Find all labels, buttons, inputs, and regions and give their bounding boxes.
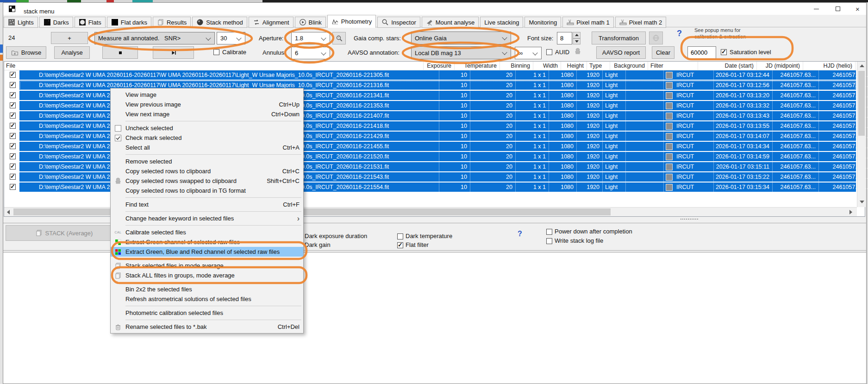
column-header-date[interactable]: Date (start) bbox=[698, 62, 757, 70]
font-size-input[interactable] bbox=[557, 32, 572, 44]
stop-button[interactable] bbox=[102, 46, 138, 59]
tab-live-stacking[interactable]: Live stacking bbox=[480, 17, 523, 28]
annulus-combo[interactable]: 6 bbox=[291, 47, 330, 59]
column-header-width[interactable]: Width bbox=[533, 62, 561, 70]
tab-monitoring[interactable]: Monitoring bbox=[525, 17, 561, 28]
scroll-down-icon[interactable] bbox=[860, 201, 864, 203]
menu-item-bin-2x2-the-selected-files[interactable]: Bin 2x2 the selected files bbox=[111, 284, 303, 294]
gaia-comp-stars-combo[interactable]: Online Gaia bbox=[411, 31, 511, 44]
tab-darks[interactable]: Darks bbox=[39, 17, 73, 28]
row-checkbox[interactable] bbox=[10, 184, 16, 190]
aavso-annotation-combo[interactable]: Local DB mag 13 bbox=[411, 46, 511, 59]
saturation-checkbox[interactable] bbox=[721, 49, 727, 55]
row-checkbox[interactable] bbox=[10, 102, 16, 108]
row-checkbox[interactable] bbox=[10, 72, 16, 78]
clear-button[interactable]: Clear bbox=[652, 46, 674, 59]
menu-item-remove-selected[interactable]: Remove selected bbox=[111, 157, 303, 166]
calibrate-checkbox[interactable] bbox=[213, 49, 219, 55]
row-checkbox[interactable] bbox=[10, 133, 16, 139]
run-button[interactable] bbox=[153, 46, 194, 59]
tab-inspector[interactable]: Inspector bbox=[377, 17, 420, 28]
close-button[interactable]: × bbox=[849, 3, 866, 15]
menu-item-view-image[interactable]: View image bbox=[111, 90, 303, 100]
menu-item-extract-green-channel-of-selected-raw-files[interactable]: Extract Green channel of selected raw fi… bbox=[111, 237, 303, 247]
row-checkbox[interactable] bbox=[10, 143, 16, 149]
horizontal-scroll-thumb[interactable] bbox=[13, 208, 611, 215]
menu-item-copy-selected-rows-to-clipboard[interactable]: Copy selected rows to clipboardCtrl+C bbox=[111, 166, 303, 176]
column-header-filter[interactable]: Filter bbox=[648, 62, 698, 70]
menu-item-stack-selected-files-in-mode-average[interactable]: Stack selected files in mode average bbox=[111, 261, 303, 271]
flat-filter-checkbox[interactable] bbox=[397, 242, 403, 248]
saturation-input[interactable] bbox=[687, 46, 716, 59]
stack-average-button[interactable]: STACK (Average) bbox=[6, 225, 122, 241]
write-stack-log-checkbox[interactable] bbox=[546, 238, 552, 244]
menu-item-calibrate-selected-files[interactable]: CALCalibrate selected files bbox=[111, 227, 303, 237]
tab-blink[interactable]: Blink bbox=[295, 17, 326, 28]
tab-lights[interactable]: Lights bbox=[4, 17, 38, 28]
menu-item-copy-selected-rows-swapped-to-clipboard[interactable]: Copy selected rows swapped to clipboardS… bbox=[111, 176, 303, 186]
dark-temperature-checkbox[interactable] bbox=[397, 233, 403, 239]
scroll-up-icon[interactable] bbox=[860, 64, 864, 67]
menu-item-photometric-calibration-selected-files[interactable]: Photometric calibration selected files bbox=[111, 308, 303, 318]
tab-mount-analyse[interactable]: Mount analyse bbox=[422, 17, 479, 28]
menu-item-view-previous-image[interactable]: View previous imageCtrl+Up bbox=[111, 100, 303, 109]
transformation-button[interactable]: Transformation bbox=[592, 31, 646, 44]
spin-down-icon[interactable] bbox=[573, 38, 581, 45]
menu-item-extract-green-blue-and-red-channel-of-selected-raw-files[interactable]: Extract Green, Blue and Red channel of s… bbox=[111, 247, 303, 257]
row-checkbox[interactable] bbox=[10, 92, 16, 98]
aperture-combo[interactable]: 1.8 bbox=[291, 32, 330, 44]
vertical-scroll-thumb[interactable] bbox=[858, 71, 865, 136]
menu-item-stack-all-filtes-in-groups-mode-average[interactable]: Stack ALL filtes in groups, mode average bbox=[111, 271, 303, 280]
tab-alignment[interactable]: Alignment bbox=[249, 17, 293, 28]
tab-photometry[interactable]: Photometry bbox=[327, 15, 376, 28]
snr-combo[interactable]: 30 bbox=[217, 32, 245, 44]
add-button[interactable]: + bbox=[51, 32, 88, 44]
row-checkbox[interactable] bbox=[10, 164, 16, 170]
column-header-exposure[interactable]: Exposure bbox=[424, 62, 455, 70]
spin-up-icon[interactable] bbox=[573, 32, 581, 38]
menu-item-change-header-keyword-in-selected-files[interactable]: Change header keyword in selected files› bbox=[111, 214, 303, 223]
menu-item-view-next-image[interactable]: View next imageCtrl+Down bbox=[111, 109, 303, 119]
row-checkbox[interactable] bbox=[10, 174, 16, 180]
column-header-jd[interactable]: JD (midpoint) bbox=[757, 62, 803, 70]
row-checkbox[interactable] bbox=[10, 123, 16, 129]
menu-item-select-all[interactable]: Select allCtrl+A bbox=[111, 143, 303, 152]
menu-item-uncheck-selected[interactable]: Uncheck selected bbox=[111, 123, 303, 133]
row-checkbox[interactable] bbox=[10, 82, 16, 88]
limit-magnitude-combo[interactable]: ∞ bbox=[515, 47, 542, 59]
row-checkbox[interactable] bbox=[10, 113, 16, 119]
globe-button[interactable] bbox=[649, 31, 663, 44]
column-header-type[interactable]: Type bbox=[587, 62, 610, 70]
table-row[interactable]: D:\temp\Seestar2 W UMA 20260116-20260117… bbox=[4, 70, 856, 81]
column-header-hjd[interactable]: HJD (helio) bbox=[803, 62, 856, 70]
column-header-background[interactable]: Background bbox=[610, 62, 648, 70]
column-header-temperature[interactable]: Temperature bbox=[455, 62, 500, 70]
minimize-button[interactable] bbox=[806, 3, 827, 15]
browse-button[interactable]: Browse bbox=[6, 46, 46, 59]
row-checkbox[interactable] bbox=[10, 153, 16, 159]
vertical-scrollbar[interactable] bbox=[857, 62, 865, 207]
font-size-stepper[interactable] bbox=[573, 32, 581, 44]
analyse-button[interactable]: Analyse bbox=[54, 46, 90, 59]
inspect-aperture-button[interactable] bbox=[332, 32, 346, 44]
menu-item-check-mark-selected[interactable]: Check mark selected bbox=[111, 133, 303, 143]
maximize-button[interactable] bbox=[827, 3, 849, 15]
power-down-checkbox[interactable] bbox=[546, 229, 552, 235]
scroll-right-icon[interactable] bbox=[849, 210, 852, 214]
column-header-file[interactable]: File bbox=[4, 62, 424, 70]
measure-mode-combo[interactable]: Measure all annotated. SNR> bbox=[94, 32, 215, 44]
tab-flats[interactable]: Flats bbox=[75, 17, 106, 28]
tab-results[interactable]: Results bbox=[153, 17, 191, 28]
menu-item-find-text[interactable]: Find textCtrl+F bbox=[111, 200, 303, 209]
scroll-left-icon[interactable] bbox=[7, 210, 10, 214]
tab-pixel-math-1[interactable]: Pixel math 1 bbox=[562, 17, 614, 28]
splitter-grip[interactable] bbox=[681, 219, 698, 220]
auid-checkbox[interactable] bbox=[546, 49, 552, 55]
column-header-binning[interactable]: Binning bbox=[500, 62, 533, 70]
tab-stack-method[interactable]: Stack method bbox=[192, 17, 247, 28]
tab-flat-darks[interactable]: Flat darks bbox=[107, 17, 151, 28]
menu-item-refresh-astrometrical-solutions-of-selected-files[interactable]: Refresh astrometrical solutions of selec… bbox=[111, 294, 303, 304]
aavso-report-button[interactable]: AAVSO report bbox=[596, 46, 646, 59]
menu-item-copy-selected-rows-to-clipboard-in-tg-format[interactable]: Copy selected rows to clipboard in TG fo… bbox=[111, 186, 303, 195]
column-header-height[interactable]: Height bbox=[561, 62, 587, 70]
